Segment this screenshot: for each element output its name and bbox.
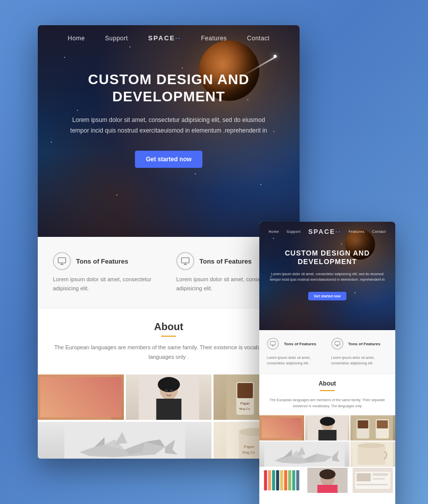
small-gallery-item-3 [350, 415, 395, 440]
svg-rect-9 [58, 387, 76, 389]
feature-title-2: Tons of Features [199, 258, 252, 265]
svg-rect-95 [264, 470, 267, 490]
svg-rect-8 [58, 382, 78, 385]
svg-rect-7 [55, 380, 81, 415]
svg-rect-99 [280, 470, 283, 490]
svg-rect-97 [272, 470, 275, 490]
small-nav-home[interactable]: Home [268, 230, 279, 233]
small-card-img [350, 468, 395, 493]
svg-text:Paper: Paper [244, 445, 255, 449]
feature-header-1: Tons of Features [53, 252, 161, 270]
small-monitor-icon [270, 341, 276, 347]
svg-rect-21 [238, 383, 253, 398]
svg-rect-111 [373, 473, 388, 476]
small-nav-brand[interactable]: SPACE· [308, 228, 341, 235]
feature-icon-1 [53, 252, 71, 270]
monitor-icon-2 [181, 257, 190, 266]
svg-point-18 [170, 389, 173, 392]
small-cta-button[interactable]: Get started now [308, 292, 347, 300]
svg-rect-106 [317, 485, 337, 493]
gallery-girl-img [126, 374, 212, 420]
svg-rect-112 [373, 478, 385, 480]
small-about-description: The European languages are members of th… [267, 397, 388, 409]
about-description: The European languages are members of th… [53, 343, 284, 361]
small-hero-section: Home Support SPACE· Features Contact CUS… [259, 222, 395, 330]
small-nav-support[interactable]: Support [287, 230, 301, 233]
small-feature-item-1: Tons of Features Lorem ipsum dolor sit a… [267, 338, 324, 366]
svg-point-16 [158, 377, 180, 392]
hero-description: Lorem ipsum dolor sit amet, consectetur … [68, 115, 269, 136]
svg-point-93 [358, 443, 385, 448]
small-pencils-img [259, 468, 304, 493]
svg-rect-6 [50, 374, 111, 420]
small-gallery-item-5 [350, 442, 395, 467]
small-gallery-item-8 [350, 468, 395, 493]
navigation: Home Support SPACE· Features Contact [38, 25, 300, 51]
svg-rect-113 [357, 484, 388, 485]
svg-rect-102 [292, 470, 295, 490]
feature-title-1: Tons of Features [76, 258, 128, 265]
gallery-item-1 [38, 374, 124, 420]
svg-text:Mug Co.: Mug Co. [240, 407, 251, 410]
gallery-item-2 [126, 374, 212, 420]
svg-point-17 [165, 389, 168, 392]
small-feature-desc-1: Lorem ipsum dolor sit amet, consectetur … [267, 355, 324, 366]
small-mockup: Home Support SPACE· Features Contact CUS… [259, 222, 395, 504]
small-gallery [259, 415, 395, 495]
small-gallery-item-1 [259, 415, 304, 440]
small-gallery-item-4 [259, 442, 349, 467]
small-coffee-img [350, 415, 395, 440]
small-nav-features[interactable]: Features [348, 230, 365, 233]
gallery-shark-img [38, 422, 211, 459]
small-feature-icon-2 [331, 338, 343, 350]
svg-point-107 [319, 469, 335, 479]
feature-item-1: Tons of Features Lorem ipsum dolor sit a… [53, 252, 161, 293]
svg-point-78 [320, 417, 335, 426]
small-about-section: About The European languages are members… [259, 373, 395, 415]
svg-rect-110 [357, 473, 371, 481]
nav-support[interactable]: Support [105, 35, 128, 42]
feature-desc-1: Lorem ipsum dolor sit amet, consectetur … [53, 275, 161, 293]
small-gallery-item-7 [305, 468, 350, 493]
svg-rect-96 [268, 470, 271, 490]
hero-section: Home Support SPACE· Features Contact CUS… [38, 25, 300, 237]
small-feature-item-2: Tons of Features Lorem ipsum dolor sit a… [331, 338, 388, 366]
small-hero-title: CUSTOM DESIGN AND DEVELOPMENT [269, 249, 385, 266]
small-cup-img [350, 442, 395, 467]
small-girl-img [305, 415, 350, 440]
svg-rect-100 [284, 470, 287, 490]
svg-rect-81 [358, 420, 369, 428]
small-feature-header-1: Tons of Features [267, 338, 324, 350]
about-title: About [53, 321, 284, 333]
cta-button[interactable]: Get started now [135, 151, 203, 168]
svg-rect-103 [296, 470, 299, 490]
svg-rect-10 [83, 385, 106, 412]
small-navigation: Home Support SPACE· Features Contact [259, 222, 395, 241]
svg-rect-92 [358, 446, 386, 465]
nav-brand[interactable]: SPACE· [148, 34, 181, 42]
svg-rect-73 [264, 418, 279, 438]
svg-rect-15 [156, 399, 181, 420]
small-about-title: About [267, 380, 388, 387]
svg-rect-12 [86, 392, 101, 394]
small-monitor-icon-2 [334, 341, 340, 347]
svg-rect-11 [86, 387, 103, 390]
small-about-divider [320, 390, 335, 391]
hero-title: CUSTOM DESIGN AND DEVELOPMENT [68, 71, 269, 105]
gallery-item-4 [38, 422, 211, 459]
small-gallery-item-2 [305, 415, 350, 440]
about-divider [161, 336, 176, 337]
small-hero-content: CUSTOM DESIGN AND DEVELOPMENT Lorem ipsu… [259, 241, 395, 300]
nav-contact[interactable]: Contact [247, 35, 270, 42]
svg-rect-72 [261, 415, 302, 440]
nav-home[interactable]: Home [68, 35, 85, 42]
nav-features[interactable]: Features [201, 35, 227, 42]
small-features-section: Tons of Features Lorem ipsum dolor sit a… [259, 330, 395, 373]
small-nav-contact[interactable]: Contact [372, 230, 386, 233]
small-stationery-img [259, 415, 304, 440]
small-hero-description: Lorem ipsum dolor sit amet, consectetur … [269, 271, 385, 283]
svg-rect-66 [270, 342, 275, 345]
small-feature-header-2: Tons of Features [331, 338, 388, 350]
svg-rect-101 [288, 470, 291, 490]
svg-rect-74 [281, 419, 299, 437]
